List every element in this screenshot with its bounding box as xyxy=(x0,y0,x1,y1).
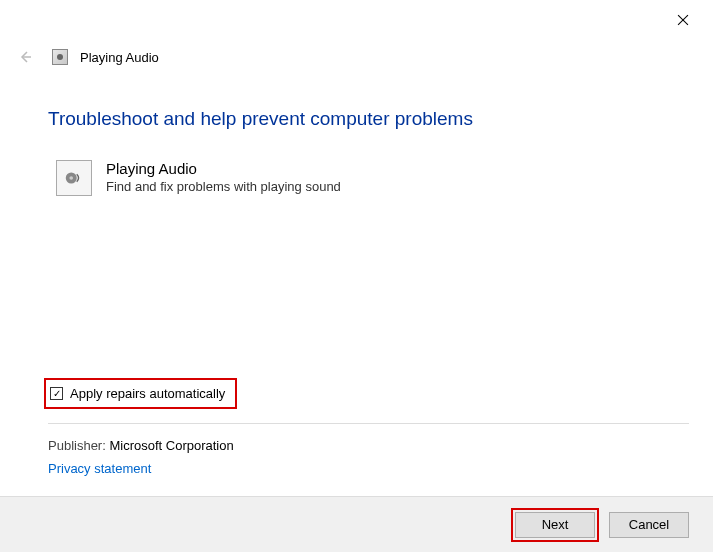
publisher-label: Publisher: xyxy=(48,438,106,453)
next-button[interactable]: Next xyxy=(515,512,595,538)
privacy-statement-link[interactable]: Privacy statement xyxy=(48,461,689,476)
next-button-highlight: Next xyxy=(511,508,599,542)
troubleshooter-title: Playing Audio xyxy=(106,160,341,177)
troubleshooter-icon xyxy=(52,49,68,65)
page-heading: Troubleshoot and help prevent computer p… xyxy=(48,108,689,130)
troubleshooter-text: Playing Audio Find and fix problems with… xyxy=(106,160,341,194)
audio-troubleshooter-icon xyxy=(56,160,92,196)
footer-bar: Next Cancel xyxy=(0,496,713,552)
troubleshooter-item: Playing Audio Find and fix problems with… xyxy=(56,160,689,196)
apply-repairs-checkbox[interactable]: ✓ xyxy=(50,387,63,400)
lower-section: ✓ Apply repairs automatically Publisher:… xyxy=(48,378,689,476)
svg-point-1 xyxy=(69,176,73,180)
publisher-row: Publisher: Microsoft Corporation xyxy=(48,438,689,453)
cancel-button[interactable]: Cancel xyxy=(609,512,689,538)
troubleshooter-description: Find and fix problems with playing sound xyxy=(106,179,341,194)
window-title: Playing Audio xyxy=(80,50,159,65)
apply-repairs-row[interactable]: ✓ Apply repairs automatically xyxy=(44,378,237,409)
content-area: Troubleshoot and help prevent computer p… xyxy=(48,108,689,196)
divider xyxy=(48,423,689,424)
header-bar: Playing Audio xyxy=(16,48,159,66)
close-button[interactable] xyxy=(675,12,691,28)
apply-repairs-label: Apply repairs automatically xyxy=(70,386,225,401)
publisher-value: Microsoft Corporation xyxy=(109,438,233,453)
back-arrow-icon[interactable] xyxy=(16,48,34,66)
